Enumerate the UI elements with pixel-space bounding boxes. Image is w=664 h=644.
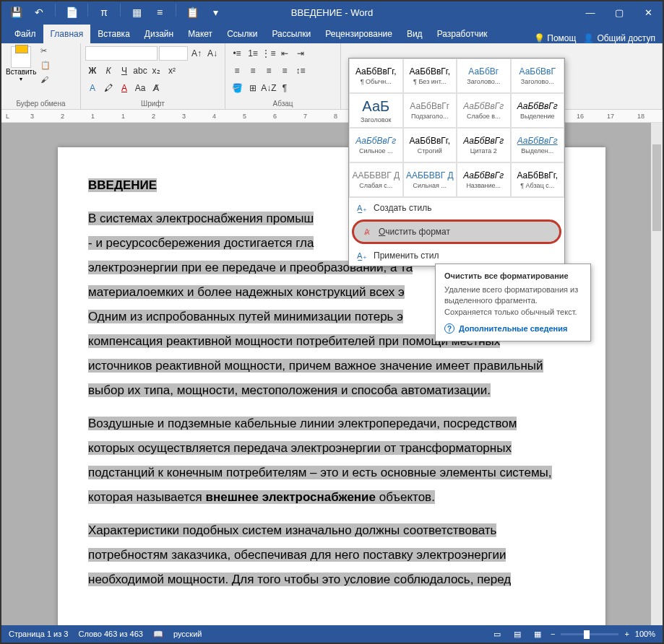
bullets-icon[interactable]: ≡: [151, 4, 168, 21]
style-cell[interactable]: АаБбВвГг,Строгий: [403, 128, 457, 162]
style-cell[interactable]: АаБбВгЗаголово...: [457, 58, 511, 93]
share-button[interactable]: 👤 Общий доступ: [583, 33, 655, 43]
apply-styles-icon: A̲₊: [356, 250, 368, 261]
font-size-select[interactable]: [159, 46, 188, 61]
tab-file[interactable]: Файл: [7, 25, 43, 43]
style-name: Строгий: [405, 147, 455, 155]
style-cell[interactable]: АаБбВвГгСильное ...: [349, 128, 403, 162]
font-group: A↑ A↓ Ж К Ч abc x₂ x² A 🖍 A Aa A̸ Шрифт: [81, 43, 225, 109]
font-color-icon[interactable]: A: [117, 81, 131, 95]
grow-font-icon[interactable]: A↑: [189, 46, 204, 61]
numbering-icon[interactable]: 1≡: [246, 46, 260, 61]
style-cell[interactable]: АаБбВвГгНазвание...: [457, 162, 511, 197]
strike-button[interactable]: abc: [133, 64, 147, 78]
window-controls: — ▢ ✕: [576, 1, 663, 23]
subscript-button[interactable]: x₂: [149, 64, 163, 78]
cut-icon[interactable]: ✂: [40, 46, 52, 58]
bullets-icon[interactable]: •≡: [230, 46, 244, 61]
tab-insert[interactable]: Вставка: [90, 25, 137, 43]
style-cell[interactable]: АаБбВвГгВыделен...: [511, 128, 565, 162]
maximize-button[interactable]: ▢: [605, 1, 634, 23]
style-cell[interactable]: АаБбВвГг,¶ Абзац с...: [511, 162, 565, 197]
show-marks-icon[interactable]: ¶: [277, 81, 292, 95]
bold-button[interactable]: Ж: [85, 64, 100, 78]
zoom-in-button[interactable]: +: [624, 630, 629, 638]
style-preview: АаБбВвГг: [405, 101, 455, 111]
vertical-scrollbar[interactable]: [651, 123, 663, 625]
close-button[interactable]: ✕: [634, 1, 663, 23]
sort-icon[interactable]: A↓Z: [262, 81, 276, 95]
qat-dropdown-icon[interactable]: ▾: [207, 4, 224, 21]
multilevel-icon[interactable]: ⋮≡: [262, 46, 276, 61]
tab-review[interactable]: Рецензирование: [318, 25, 400, 43]
zoom-slider[interactable]: [561, 633, 618, 635]
paste-button[interactable]: Вставить ▾: [6, 46, 36, 87]
borders-icon[interactable]: ⊞: [246, 81, 260, 95]
text-effects-icon[interactable]: A: [85, 81, 100, 95]
print-layout-icon[interactable]: ▤: [510, 627, 525, 640]
align-center-icon[interactable]: ≡: [246, 64, 260, 78]
zoom-level[interactable]: 100%: [635, 630, 655, 638]
scrollbar-thumb[interactable]: [652, 144, 661, 231]
style-cell[interactable]: ААББВВГ ДСлабая с...: [349, 162, 403, 197]
language-indicator[interactable]: русский: [173, 630, 202, 638]
tell-me[interactable]: 💡 Помощ: [534, 33, 576, 43]
change-case-icon[interactable]: Aa: [133, 81, 147, 95]
style-name: Подзаголо...: [405, 113, 455, 120]
apply-styles-item[interactable]: A̲₊ Применить стил: [349, 245, 564, 266]
tab-home[interactable]: Главная: [43, 25, 91, 43]
tab-developer[interactable]: Разработчик: [430, 25, 495, 43]
style-cell[interactable]: АаБбВвГЗаголово...: [511, 58, 565, 93]
tab-mailings[interactable]: Рассылки: [264, 25, 318, 43]
style-cell[interactable]: АаБбВвГгПодзаголо...: [403, 93, 457, 128]
page-indicator[interactable]: Страница 1 из 3: [9, 630, 68, 638]
spell-check-icon[interactable]: 📖: [153, 630, 163, 639]
clear-format-icon[interactable]: A̸: [149, 81, 163, 95]
zoom-out-button[interactable]: −: [551, 630, 555, 638]
font-family-select[interactable]: [85, 46, 158, 61]
equation-icon[interactable]: π: [95, 4, 113, 21]
superscript-button[interactable]: x²: [165, 64, 179, 78]
read-mode-icon[interactable]: ▭: [490, 627, 504, 640]
underline-button[interactable]: Ч: [117, 64, 131, 78]
style-cell[interactable]: ААББВВГ ДСильная ...: [403, 162, 457, 197]
shading-icon[interactable]: 🪣: [230, 81, 244, 95]
style-cell[interactable]: АаБбВвГгЦитата 2: [457, 128, 511, 162]
style-cell[interactable]: АаБЗаголовок: [349, 93, 403, 128]
align-left-icon[interactable]: ≡: [230, 64, 244, 78]
tab-design[interactable]: Дизайн: [137, 25, 181, 43]
justify-icon[interactable]: ≡: [277, 64, 292, 78]
increase-indent-icon[interactable]: ⇥: [293, 46, 308, 61]
ribbon-tabs: Файл Главная Вставка Дизайн Макет Ссылки…: [1, 23, 663, 43]
style-cell[interactable]: АаБбВвГгСлабое в...: [457, 93, 511, 128]
tab-layout[interactable]: Макет: [181, 25, 220, 43]
style-preview: АаБбВвГг: [459, 170, 509, 180]
italic-button[interactable]: К: [101, 64, 116, 78]
tab-references[interactable]: Ссылки: [220, 25, 264, 43]
ruler-mark: 7: [303, 113, 307, 120]
align-right-icon[interactable]: ≡: [262, 64, 276, 78]
shrink-font-icon[interactable]: A↓: [205, 46, 220, 61]
new-doc-icon[interactable]: 📄: [63, 4, 80, 21]
zoom-thumb[interactable]: [584, 630, 590, 639]
create-style-item[interactable]: A̲₊ Создать стиль: [349, 198, 564, 218]
tab-view[interactable]: Вид: [400, 25, 430, 43]
template-icon[interactable]: 📋: [184, 4, 201, 21]
line-spacing-icon[interactable]: ↕≡: [293, 64, 308, 78]
style-name: Выделение: [513, 113, 563, 120]
style-cell[interactable]: АаБбВвГгВыделение: [511, 93, 565, 128]
undo-icon[interactable]: ↶: [30, 4, 48, 21]
clear-format-item[interactable]: A̷ Очистить формат: [352, 219, 561, 244]
save-icon[interactable]: 💾: [7, 4, 25, 21]
tooltip-help-link[interactable]: ? Дополнительные сведения: [444, 323, 582, 334]
table-icon[interactable]: ▦: [128, 4, 145, 21]
decrease-indent-icon[interactable]: ⇤: [277, 46, 292, 61]
word-count[interactable]: Слово 463 из 463: [78, 630, 143, 638]
copy-icon[interactable]: 📋: [40, 61, 52, 72]
web-layout-icon[interactable]: ▦: [530, 627, 545, 640]
format-painter-icon[interactable]: 🖌: [40, 75, 52, 87]
style-cell[interactable]: АаБбВвГг,¶ Без инт...: [403, 58, 457, 93]
highlight-icon[interactable]: 🖍: [101, 81, 116, 95]
minimize-button[interactable]: —: [576, 1, 605, 23]
style-cell[interactable]: АаБбВвГг,¶ Обычн...: [349, 58, 403, 93]
